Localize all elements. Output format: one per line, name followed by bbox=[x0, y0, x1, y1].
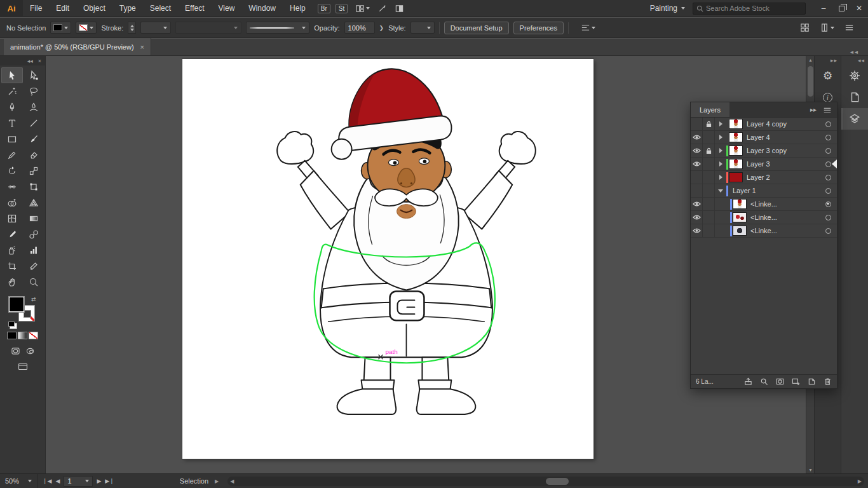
pen-tool[interactable] bbox=[1, 99, 23, 115]
visibility-cell[interactable] bbox=[691, 224, 703, 238]
search-input[interactable] bbox=[706, 4, 802, 12]
hand-tool[interactable] bbox=[1, 274, 23, 290]
style-label[interactable]: Style: bbox=[388, 24, 406, 32]
visibility-cell[interactable] bbox=[691, 171, 703, 184]
target-circle[interactable] bbox=[825, 175, 831, 180]
layer-name[interactable]: Layer 3 copy bbox=[747, 147, 825, 154]
santa-artwork[interactable]: path bbox=[182, 59, 593, 459]
layer-row child[interactable]: <Linke... bbox=[691, 211, 837, 224]
target-circle[interactable] bbox=[825, 215, 831, 220]
curvature-tool[interactable] bbox=[23, 99, 44, 115]
delete-layer-icon[interactable] bbox=[824, 377, 832, 386]
prev-artboard-button[interactable]: ◀ bbox=[56, 478, 60, 484]
lock-cell[interactable] bbox=[703, 224, 715, 238]
column-graph-tool[interactable] bbox=[23, 242, 44, 258]
layer-name[interactable]: <Linke... bbox=[750, 214, 825, 221]
none-mode-button[interactable] bbox=[29, 332, 38, 339]
menu-view[interactable]: View bbox=[212, 0, 242, 17]
gradient-mode-button[interactable] bbox=[18, 332, 27, 339]
artboard[interactable]: path bbox=[182, 59, 593, 459]
layer-thumbnail[interactable] bbox=[733, 226, 747, 236]
width-profile-dropdown[interactable] bbox=[246, 22, 309, 34]
bridge-button[interactable]: Br bbox=[318, 4, 330, 13]
pencil-tool[interactable] bbox=[1, 147, 23, 163]
layer-row[interactable]: Layer 3 copy bbox=[691, 144, 837, 158]
fill-swatch[interactable] bbox=[8, 296, 25, 313]
locate-object-icon[interactable] bbox=[760, 377, 768, 386]
menu-select[interactable]: Select bbox=[143, 0, 178, 17]
lock-cell[interactable] bbox=[703, 184, 715, 198]
swap-fill-stroke-icon[interactable]: ⇄ bbox=[31, 296, 36, 302]
layer-row[interactable]: Layer 1 bbox=[691, 184, 837, 198]
zoom-tool[interactable] bbox=[23, 274, 44, 290]
stock-search[interactable] bbox=[693, 3, 806, 15]
collect-for-export-icon[interactable] bbox=[744, 377, 752, 386]
layer-row child[interactable]: <Linke... bbox=[691, 198, 837, 211]
layer-thumbnail[interactable] bbox=[729, 119, 743, 129]
screen-mode-icon[interactable] bbox=[18, 363, 28, 370]
symbol-sprayer-tool[interactable] bbox=[1, 242, 23, 258]
panel-dock-toggle[interactable] bbox=[820, 23, 834, 32]
scroll-left-icon[interactable]: ◀ bbox=[227, 478, 236, 484]
layers-tab[interactable]: Layers bbox=[691, 102, 729, 117]
visibility-cell[interactable] bbox=[691, 211, 703, 224]
gradient-tool[interactable] bbox=[23, 210, 44, 226]
first-artboard-button[interactable]: ❘◀ bbox=[43, 478, 51, 484]
lock-cell[interactable] bbox=[703, 131, 715, 144]
preferences-button[interactable]: Preferences bbox=[513, 22, 564, 34]
target-circle[interactable] bbox=[825, 188, 831, 194]
horizontal-scroll-thumb[interactable] bbox=[546, 478, 569, 485]
blend-tool[interactable] bbox=[23, 226, 44, 242]
panel-grid-icon[interactable] bbox=[800, 23, 810, 32]
layer-name[interactable]: Layer 4 bbox=[747, 133, 825, 141]
expand-cell[interactable] bbox=[715, 161, 726, 166]
stroke-label[interactable]: Stroke: bbox=[101, 24, 123, 32]
layer-name[interactable]: <Linke... bbox=[750, 200, 825, 208]
layer-row[interactable]: Layer 4 bbox=[691, 131, 837, 144]
target-circle-selected[interactable] bbox=[825, 201, 831, 207]
menu-type[interactable]: Type bbox=[112, 0, 143, 17]
minimize-button[interactable]: – bbox=[815, 0, 832, 17]
expand-cell[interactable] bbox=[715, 175, 726, 180]
expand-cell[interactable] bbox=[715, 148, 726, 153]
opacity-field[interactable]: 100% bbox=[344, 22, 375, 34]
rotate-tool[interactable] bbox=[1, 163, 23, 179]
align-dropdown[interactable] bbox=[581, 23, 595, 32]
layer-name[interactable]: Layer 4 copy bbox=[747, 120, 825, 128]
lock-cell[interactable] bbox=[703, 198, 715, 211]
layer-row child[interactable]: <Linke... bbox=[691, 224, 837, 238]
visibility-cell[interactable] bbox=[691, 144, 703, 158]
layer-name[interactable]: Layer 1 bbox=[733, 187, 825, 194]
arrange-documents-button[interactable] bbox=[355, 4, 370, 13]
close-panel-icon[interactable]: × bbox=[38, 58, 41, 64]
restore-button[interactable] bbox=[832, 0, 850, 17]
target-circle[interactable] bbox=[825, 121, 831, 127]
touch-workspace-button[interactable] bbox=[395, 4, 404, 13]
menu-edit[interactable]: Edit bbox=[49, 0, 76, 17]
free-transform-tool[interactable] bbox=[23, 179, 44, 194]
layer-thumbnail[interactable] bbox=[729, 159, 743, 169]
stroke-weight-dropdown[interactable] bbox=[140, 22, 171, 34]
layer-thumbnail[interactable] bbox=[729, 172, 743, 182]
zoom-control[interactable]: 50% bbox=[0, 474, 37, 488]
artboards-panel-button[interactable] bbox=[841, 86, 868, 108]
layer-thumbnail[interactable] bbox=[733, 199, 747, 209]
lock-cell[interactable] bbox=[703, 171, 715, 184]
type-tool[interactable] bbox=[1, 115, 23, 131]
layer-row[interactable]: Layer 4 copy bbox=[691, 118, 837, 131]
shape-builder-tool[interactable] bbox=[1, 194, 23, 210]
menu-effect[interactable]: Effect bbox=[178, 0, 211, 17]
expand-cell[interactable] bbox=[715, 121, 726, 126]
lock-cell[interactable] bbox=[703, 144, 715, 158]
layer-thumbnail[interactable] bbox=[729, 132, 743, 142]
collapse-panel-icon[interactable]: ◂◂ bbox=[27, 58, 33, 64]
layer-thumbnail[interactable] bbox=[733, 212, 747, 222]
lock-cell[interactable] bbox=[703, 118, 715, 131]
new-layer-icon[interactable] bbox=[808, 377, 816, 386]
close-button[interactable]: ✕ bbox=[850, 0, 868, 17]
layer-name[interactable]: Layer 3 bbox=[747, 160, 825, 168]
stroke-color-dropdown[interactable] bbox=[76, 22, 97, 34]
target-circle[interactable] bbox=[825, 161, 831, 167]
direct-selection-tool[interactable] bbox=[23, 67, 44, 83]
expand-dock-icon[interactable]: ▸▸ bbox=[815, 56, 841, 65]
